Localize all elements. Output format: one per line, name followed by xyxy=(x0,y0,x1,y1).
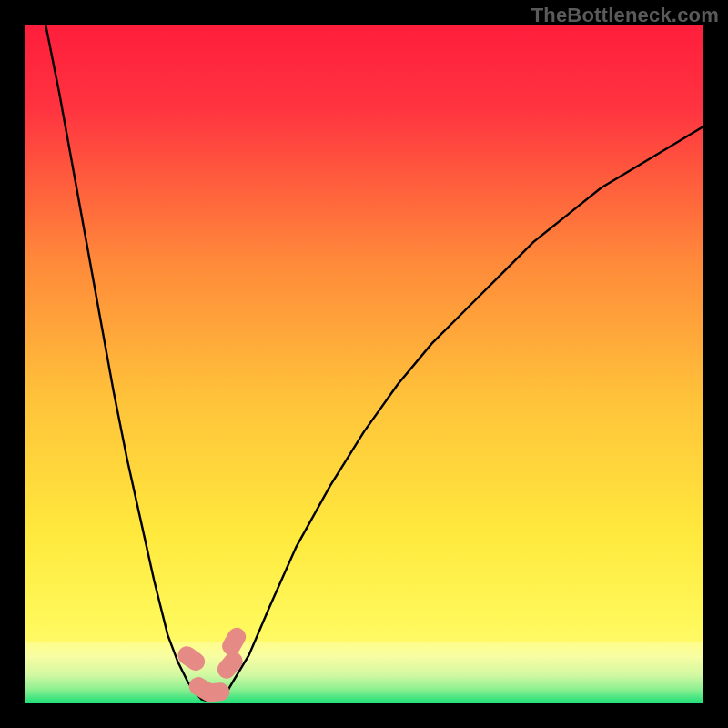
watermark-text: TheBottleneck.com xyxy=(531,4,719,27)
chart-frame: TheBottleneck.com xyxy=(0,0,728,728)
plot-area xyxy=(25,25,703,703)
chart-svg xyxy=(25,25,703,703)
bottom-green-band xyxy=(25,642,703,703)
gradient-background xyxy=(25,25,703,703)
